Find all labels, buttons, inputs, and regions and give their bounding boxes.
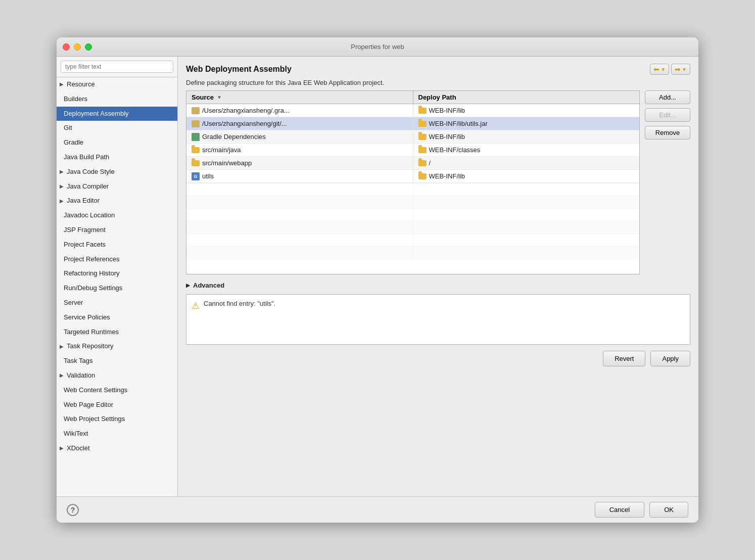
sidebar-item-git[interactable]: Git	[57, 121, 177, 135]
sidebar-item-builders[interactable]: Builders	[57, 92, 177, 107]
source-cell: G utils	[186, 170, 413, 182]
folder-icon	[418, 121, 427, 127]
sidebar-item-project-facets[interactable]: Project Facets	[57, 238, 177, 252]
sidebar-item-label: Project Facets	[64, 240, 106, 250]
deploy-cell: WEB-INF/lib	[413, 131, 640, 143]
arrow-icon: ▶	[60, 168, 64, 176]
advanced-section: ▶ Advanced	[186, 279, 690, 291]
col-source-label: Source	[192, 94, 214, 101]
folder-icon	[192, 147, 200, 153]
sidebar-item-java-build-path[interactable]: Java Build Path	[57, 150, 177, 165]
nav-forward-button[interactable]: ➡ ▼	[671, 64, 690, 75]
sidebar-item-resource[interactable]: ▶ Resource	[57, 77, 177, 92]
sidebar-item-label: Web Content Settings	[64, 385, 127, 396]
bottom-buttons: Cancel OK	[595, 502, 688, 518]
error-message: Cannot find entry: "utils".	[204, 300, 275, 307]
deploy-cell: WEB-INF/classes	[413, 144, 640, 156]
help-button[interactable]: ?	[67, 504, 79, 516]
sidebar-item-java-compiler[interactable]: ▶ Java Compiler	[57, 179, 177, 194]
empty-row	[186, 247, 639, 259]
deploy-cell: WEB-INF/lib/utils.jar	[413, 118, 640, 129]
sidebar-item-label: Project References	[64, 254, 120, 265]
folder-icon	[192, 160, 200, 166]
source-value: /Users/zhangxiansheng/.gra...	[202, 107, 290, 114]
sidebar-item-label: Java Code Style	[67, 167, 115, 177]
sidebar-item-refactoring-history[interactable]: Refactoring History	[57, 266, 177, 281]
title-bar: Properties for web	[57, 37, 698, 57]
table-row[interactable]: /Users/zhangxiansheng/git/... WEB-INF/li…	[186, 117, 639, 130]
nav-back-button[interactable]: ⬅ ▼	[650, 64, 669, 75]
warning-icon: ⚠	[192, 300, 200, 311]
source-value: src/main/java	[202, 146, 241, 154]
table-row[interactable]: G utils WEB-INF/lib	[186, 170, 639, 183]
arrow-icon: ▶	[60, 80, 64, 88]
sidebar-item-project-references[interactable]: Project References	[57, 252, 177, 267]
forward-arrow-icon: ➡	[675, 65, 681, 73]
edit-button[interactable]: Edit...	[645, 108, 690, 122]
nav-arrows: ⬅ ▼ ➡ ▼	[650, 64, 690, 75]
ok-button[interactable]: OK	[649, 502, 688, 518]
table-row[interactable]: src/main/java WEB-INF/classes	[186, 144, 639, 157]
sidebar-item-jsp-fragment[interactable]: JSP Fragment	[57, 223, 177, 238]
revert-button[interactable]: Revert	[603, 351, 645, 366]
source-cell: Gradle Dependencies	[186, 131, 413, 143]
table-row[interactable]: Gradle Dependencies WEB-INF/lib	[186, 130, 639, 144]
assembly-table: Source ▼ Deploy Path /Users/zhangxianshe…	[186, 90, 640, 274]
sidebar-item-label: JSP Fragment	[64, 225, 106, 236]
sidebar-item-web-content-settings[interactable]: Web Content Settings	[57, 383, 177, 398]
empty-row	[186, 234, 639, 247]
apply-button[interactable]: Apply	[650, 351, 690, 366]
source-value: /Users/zhangxiansheng/git/...	[202, 120, 287, 127]
arrow-icon: ▶	[60, 343, 64, 351]
minimize-button[interactable]	[74, 43, 81, 51]
add-button[interactable]: Add...	[645, 90, 690, 104]
table-row[interactable]: /Users/zhangxiansheng/.gra... WEB-INF/li…	[186, 104, 639, 117]
sidebar-item-validation[interactable]: ▶ Validation	[57, 368, 177, 383]
sidebar-item-label: Server	[64, 298, 83, 308]
sidebar-item-web-project-settings[interactable]: Web Project Settings	[57, 412, 177, 427]
sidebar-item-label: Builders	[64, 94, 87, 105]
table-row[interactable]: src/main/webapp /	[186, 157, 639, 170]
arrow-icon: ▶	[60, 444, 64, 452]
sidebar-item-xdoclet[interactable]: ▶ XDoclet	[57, 441, 177, 456]
jar-icon	[192, 107, 200, 114]
sidebar-item-task-repository[interactable]: ▶ Task Repository	[57, 339, 177, 354]
arrow-icon: ▶	[60, 371, 64, 380]
cancel-button[interactable]: Cancel	[595, 502, 644, 518]
deploy-cell: /	[413, 157, 640, 169]
sidebar-item-label: Web Page Editor	[64, 400, 113, 410]
sidebar-item-label: Gradle	[64, 137, 83, 148]
sidebar-item-javadoc-location[interactable]: Javadoc Location	[57, 208, 177, 223]
sort-arrow-icon: ▼	[217, 95, 222, 100]
remove-button[interactable]: Remove	[645, 126, 690, 139]
advanced-toggle[interactable]: ▶ Advanced	[186, 279, 690, 291]
jar-icon	[192, 120, 200, 127]
sidebar-item-java-editor[interactable]: ▶ Java Editor	[57, 194, 177, 208]
sidebar-item-task-tags[interactable]: Task Tags	[57, 354, 177, 368]
arrow-icon: ▶	[60, 197, 64, 205]
deploy-cell: WEB-INF/lib	[413, 105, 640, 116]
sidebar-item-service-policies[interactable]: Service Policies	[57, 310, 177, 325]
panel-title: Web Deployment Assembly	[186, 65, 292, 74]
sidebar-item-run-debug-settings[interactable]: Run/Debug Settings	[57, 281, 177, 296]
empty-rows	[186, 183, 639, 274]
sidebar-item-server[interactable]: Server	[57, 296, 177, 310]
empty-row	[186, 183, 639, 196]
sidebar-item-label: Java Build Path	[64, 152, 109, 163]
sidebar-item-web-page-editor[interactable]: Web Page Editor	[57, 398, 177, 412]
sidebar-item-label: WikiText	[64, 429, 88, 439]
filter-input[interactable]	[61, 61, 173, 73]
deploy-value: WEB-INF/lib/utils.jar	[429, 120, 488, 127]
sidebar-item-deployment-assembly[interactable]: Deployment Assembly	[57, 107, 177, 121]
maximize-button[interactable]	[85, 43, 92, 51]
sidebar-item-label: XDoclet	[67, 443, 90, 454]
sidebar-item-wiki-text[interactable]: WikiText	[57, 427, 177, 441]
close-button[interactable]	[63, 43, 70, 51]
sidebar-item-gradle[interactable]: Gradle	[57, 135, 177, 150]
sidebar-item-targeted-runtimes[interactable]: Targeted Runtimes	[57, 325, 177, 340]
sidebar-item-java-code-style[interactable]: ▶ Java Code Style	[57, 165, 177, 179]
source-cell: /Users/zhangxiansheng/git/...	[186, 118, 413, 129]
deploy-value: WEB-INF/lib	[429, 133, 465, 141]
assembly-table-area: Source ▼ Deploy Path /Users/zhangxianshe…	[186, 90, 690, 274]
sidebar-item-label: Java Editor	[67, 196, 100, 206]
